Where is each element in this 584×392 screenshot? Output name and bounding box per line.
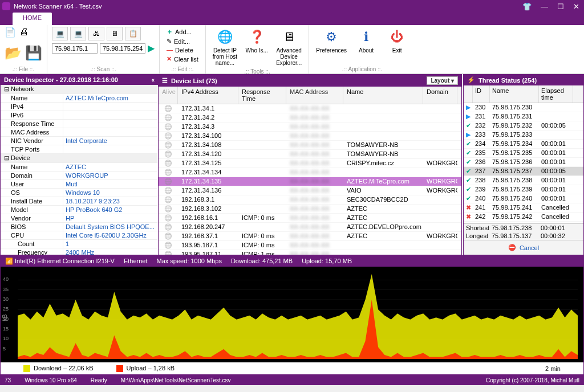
delete-button[interactable]: —Delete bbox=[164, 46, 201, 54]
threads-icon: ⚡ bbox=[467, 76, 475, 84]
advanced-explorer-button[interactable]: 🖥Advanced Device Explorer... bbox=[274, 27, 304, 67]
add-button[interactable]: ＋Add... bbox=[164, 27, 201, 36]
thread-row[interactable]: ▶23375.98.175.233 bbox=[464, 130, 583, 140]
device-row[interactable]: 172.31.34.100XX-XX-XX-XX bbox=[159, 132, 461, 141]
device-row[interactable]: 172.31.34.125XX-XX-XX-XXCRISPY.mitec.czW… bbox=[159, 159, 461, 168]
thread-row[interactable]: ✖24275.98.175.242Cancelled bbox=[464, 213, 583, 222]
thread-row[interactable]: ▶23175.98.175.231 bbox=[464, 112, 583, 121]
scan-mode-5-icon[interactable]: 📋 bbox=[125, 27, 141, 40]
inspector-row[interactable]: MAC Address bbox=[1, 128, 158, 137]
inspector-row[interactable]: ⊟ Device bbox=[1, 154, 158, 163]
inspector-row[interactable]: ModelHP ProBook 640 G2 bbox=[1, 206, 158, 214]
thread-row[interactable]: ✔23475.98.175.23400:00:01 bbox=[464, 140, 583, 149]
collapse-icon[interactable]: « bbox=[151, 77, 155, 83]
scan-mode-2-icon[interactable]: 💻 bbox=[70, 27, 86, 40]
inspector-row[interactable]: TCP Ports bbox=[1, 145, 158, 154]
thread-row[interactable]: ✔23775.98.175.23700:00:05 bbox=[464, 167, 583, 176]
device-row[interactable]: 172.31.34.3XX-XX-XX-XX bbox=[159, 122, 461, 132]
inspector-row[interactable]: Frequency2400 MHz bbox=[1, 248, 158, 255]
device-row[interactable]: 193.95.187.11ICMP: 1 msXX-XX-XX-XX bbox=[159, 250, 461, 255]
inspector-row[interactable]: Install Date18.10.2017 9:23:23 bbox=[1, 197, 158, 206]
network-graph-panel: 📶 Intel(R) Ethernet Connection I219-V Et… bbox=[0, 255, 584, 375]
preferences-button[interactable]: ⚙Preferences bbox=[314, 27, 349, 55]
inspector-row[interactable]: IPv4 bbox=[1, 103, 158, 111]
ribbon-group-file: 📄 🖨 📂 💾 .:: File ::. bbox=[0, 25, 47, 74]
device-row[interactable]: 172.31.34.1XX-XX-XX-XX bbox=[159, 104, 461, 113]
save-icon[interactable]: 💾 bbox=[25, 45, 42, 61]
thread-status-header: ID Name Elapsed time bbox=[464, 85, 583, 103]
thread-row[interactable]: ✔23275.98.175.23200:00:05 bbox=[464, 121, 583, 130]
inspector-row[interactable]: OSWindows 10 bbox=[1, 189, 158, 197]
thread-row[interactable]: ✖24175.98.175.241Cancelled bbox=[464, 203, 583, 213]
new-icon[interactable]: 📄 bbox=[5, 27, 16, 38]
device-row[interactable]: 172.31.34.136XX-XX-XX-XXVAIOWORKGRO bbox=[159, 186, 461, 195]
device-row[interactable]: 172.31.34.134XX-XX-XX-XX bbox=[159, 168, 461, 177]
thread-status-panel: ⚡Thread Status (254) ID Name Elapsed tim… bbox=[463, 74, 584, 255]
detect-ip-button[interactable]: 🌐Detect IP from Host name... bbox=[210, 27, 240, 67]
device-list-table[interactable]: Alive IPv4 Address Response Time MAC Add… bbox=[159, 87, 461, 255]
clearlist-button[interactable]: ✕Clear list bbox=[164, 55, 201, 63]
thread-row[interactable]: ▶23075.98.175.230 bbox=[464, 103, 583, 112]
whois-button[interactable]: ❓Who Is... bbox=[243, 27, 270, 55]
graph-x-extent: 2 min bbox=[545, 365, 561, 372]
layout-button[interactable]: Layout ▾ bbox=[427, 76, 458, 85]
inspector-row[interactable]: NameAZTEC bbox=[1, 163, 158, 172]
inspector-row[interactable]: BIOSDefault System BIOS HPQOE... bbox=[1, 223, 158, 231]
device-list-panel: ☰Device List (73) Layout ▾ Alive IPv4 Ad… bbox=[159, 74, 462, 255]
graph-canvas: kB 510152025303540 bbox=[1, 267, 583, 362]
thread-row[interactable]: ✔23675.98.175.23600:00:01 bbox=[464, 158, 583, 167]
ribbon-group-application: ⚙Preferences ℹAbout ⏻Exit .:: Applicatio… bbox=[309, 25, 415, 74]
open-icon[interactable]: 📂 bbox=[5, 45, 22, 61]
start-scan-button[interactable]: ▶ bbox=[148, 43, 155, 54]
cancel-button[interactable]: ⛔Cancel bbox=[464, 240, 583, 255]
inspector-row[interactable]: ⊟ Network bbox=[1, 85, 158, 94]
device-row[interactable]: 172.31.34.135XX-XX-XX-XXAZTEC.MiTeCpro.c… bbox=[159, 177, 461, 186]
device-row[interactable]: 192.168.20.247XX-XX-XX-XXAZTEC.DEVELOPpr… bbox=[159, 223, 461, 232]
ip-range-from-input[interactable] bbox=[52, 43, 98, 54]
device-list-header: Alive IPv4 Address Response Time MAC Add… bbox=[159, 87, 461, 104]
inspector-row[interactable]: DomainWORKGROUP bbox=[1, 172, 158, 180]
device-row[interactable]: 192.168.3.1XX-XX-XX-XXSEC30CDA79BCC2D bbox=[159, 195, 461, 205]
status-os: Windows 10 Pro x64 bbox=[25, 377, 77, 383]
inspector-row[interactable]: NameAZTEC.MiTeCpro.com bbox=[1, 94, 158, 103]
tab-home[interactable]: HOME bbox=[13, 13, 52, 25]
device-row[interactable]: 192.168.16.1ICMP: 0 msXX-XX-XX-XXAZTEC bbox=[159, 214, 461, 223]
device-row[interactable]: 172.31.34.120XX-XX-XX-XXTOMSAWYER-NB bbox=[159, 150, 461, 159]
edit-button[interactable]: ✎Edit... bbox=[164, 37, 201, 46]
graph-title: Intel(R) Ethernet Connection I219-V bbox=[15, 258, 115, 264]
thread-row[interactable]: ✔24075.98.175.24000:00:01 bbox=[464, 194, 583, 203]
close-button[interactable]: ✕ bbox=[571, 2, 582, 11]
thread-row[interactable]: ✔23575.98.175.23500:00:01 bbox=[464, 149, 583, 158]
inspector-row[interactable]: Response Time bbox=[1, 120, 158, 128]
about-button[interactable]: ℹAbout bbox=[352, 27, 380, 55]
inspector-row[interactable]: CPUIntel Core i5-6200U 2.30GHz bbox=[1, 231, 158, 240]
thread-row[interactable]: ✔23975.98.175.23900:00:01 bbox=[464, 185, 583, 194]
device-row[interactable]: 193.95.187.1ICMP: 0 msXX-XX-XX-XX bbox=[159, 241, 461, 250]
ribbon: 📄 🖨 📂 💾 .:: File ::. 💻 💻 🖧 🖥 📋 bbox=[0, 25, 584, 74]
thread-row[interactable]: ✔23875.98.175.23800:00:01 bbox=[464, 176, 583, 185]
legend-download: Download – 22,06 kB bbox=[34, 365, 94, 371]
device-row[interactable]: 192.168.3.102XX-XX-XX-XXAZTEC bbox=[159, 205, 461, 214]
inspector-title: Device Inspector - 27.03.2018 12:16:00 bbox=[4, 76, 118, 83]
maximize-button[interactable]: ☐ bbox=[555, 2, 566, 11]
ip-range-to-input[interactable] bbox=[100, 43, 145, 54]
device-row[interactable]: 192.168.37.1ICMP: 0 msXX-XX-XX-XXAZTECWO… bbox=[159, 232, 461, 241]
inspector-tree[interactable]: ⊟ NetworkNameAZTEC.MiTeCpro.comIPv4IPv6R… bbox=[1, 85, 158, 255]
inspector-row[interactable]: NIC VendorIntel Corporate bbox=[1, 137, 158, 145]
exit-button[interactable]: ⏻Exit bbox=[383, 27, 411, 55]
minimize-button[interactable]: — bbox=[538, 2, 550, 11]
inspector-row[interactable]: UserMutl bbox=[1, 180, 158, 189]
pin-icon[interactable]: 👕 bbox=[520, 2, 534, 11]
print-icon[interactable]: 🖨 bbox=[19, 27, 29, 38]
device-row[interactable]: 172.31.34.108XX-XX-XX-XXTOMSAWYER-NB bbox=[159, 141, 461, 150]
scan-mode-1-icon[interactable]: 💻 bbox=[52, 27, 68, 40]
inspector-row[interactable]: IPv6 bbox=[1, 111, 158, 120]
scan-mode-3-icon[interactable]: 🖧 bbox=[88, 27, 104, 40]
thread-status-table[interactable]: ID Name Elapsed time ▶23075.98.175.230▶2… bbox=[464, 85, 583, 223]
inspector-row[interactable]: VendorHP bbox=[1, 214, 158, 223]
ribbon-group-scan: 💻 💻 🖧 🖥 📋 ▶ .:: Scan ::. bbox=[47, 25, 160, 74]
scan-mode-4-icon[interactable]: 🖥 bbox=[107, 27, 123, 40]
inspector-row[interactable]: Count1 bbox=[1, 240, 158, 248]
main-content: Device Inspector - 27.03.2018 12:16:00 «… bbox=[0, 74, 584, 255]
device-row[interactable]: 172.31.34.2XX-XX-XX-XX bbox=[159, 113, 461, 122]
